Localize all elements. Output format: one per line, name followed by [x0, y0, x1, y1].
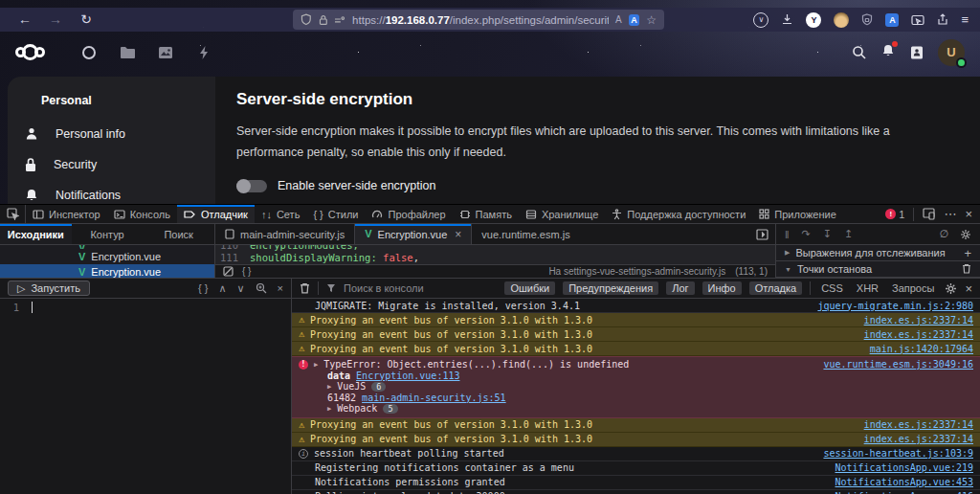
console-log-row[interactable]: JQMIGRATE: Migrate is installed, version…	[292, 299, 980, 313]
tab-sources[interactable]: Исходники	[0, 224, 72, 244]
share-icon[interactable]	[937, 13, 948, 26]
devtools-close-icon[interactable]: ×	[965, 207, 972, 221]
source-panes-toggle-icon[interactable]	[756, 224, 775, 244]
close-console-icon[interactable]: ×	[965, 281, 972, 296]
console-error-block[interactable]: ! ▶ TypeError: Object.entries(...).find(…	[292, 356, 980, 418]
source-link[interactable]: main.js:1420:17964	[870, 344, 973, 354]
reload-button[interactable]: ↻	[73, 8, 100, 32]
filter-requests-button[interactable]: Запросы	[889, 281, 937, 295]
tab-outline[interactable]: Контур	[72, 224, 144, 244]
expand-icon[interactable]: ▶	[314, 361, 318, 369]
photos-app-icon[interactable]	[146, 46, 185, 59]
filter-css-button[interactable]: CSS	[818, 281, 846, 295]
encryption-toggle[interactable]	[236, 180, 267, 192]
console-multiline-editor[interactable]: 1	[0, 299, 292, 494]
blackbox-source-icon[interactable]	[223, 266, 234, 277]
nextcloud-logo[interactable]	[15, 44, 45, 60]
remove-breakpoints-trash-icon[interactable]	[962, 263, 971, 276]
source-item[interactable]: VEncryption.vue	[0, 249, 214, 264]
close-editor-icon[interactable]: ×	[278, 282, 283, 294]
source-link[interactable]: NotificationsApp.vue:453	[835, 477, 974, 487]
files-app-icon[interactable]	[108, 46, 146, 59]
forward-button[interactable]: →	[42, 8, 69, 32]
tab-search[interactable]: Поиск	[143, 224, 214, 244]
url-bar[interactable]: https://192.168.0.77/index.php/settings/…	[293, 10, 664, 30]
tracking-shield-icon[interactable]	[301, 13, 312, 26]
step-over-icon[interactable]: ↷	[802, 228, 811, 240]
console-warning-row[interactable]: ⚠ Proxying an event bus of version 3.1.0…	[292, 433, 980, 447]
source-link[interactable]: index.es.js:2337:14	[864, 419, 973, 430]
console-filter-input[interactable]	[344, 282, 497, 294]
pick-element-icon[interactable]	[0, 205, 26, 223]
tab-profiler[interactable]: Профайлер	[365, 205, 452, 223]
step-in-icon[interactable]: ↧	[823, 228, 832, 240]
sidebar-item-security[interactable]: Security	[8, 149, 215, 180]
activity-app-icon[interactable]	[185, 45, 223, 60]
tab-inspector[interactable]: Инспектор	[26, 205, 107, 223]
encryption-toggle-label[interactable]: Enable server-side encryption	[278, 179, 435, 192]
bookmark-star-icon[interactable]: ☆	[646, 13, 657, 27]
source-link[interactable]: vue.runtime.esm.js:3049:16	[823, 359, 973, 370]
file-tab-encryption-vue[interactable]: VEncryption.vue×	[355, 224, 472, 244]
console-log-row[interactable]: Notifications permissions granted Notifi…	[292, 476, 980, 490]
permissions-icon[interactable]	[334, 15, 345, 25]
console-info-row[interactable]: i session heartbeat polling started sess…	[292, 447, 980, 461]
back-button[interactable]: ←	[11, 8, 38, 32]
code-editor[interactable]: 110encryptionModules, 111shouldDisplayWa…	[215, 245, 775, 264]
close-tab-icon[interactable]: ×	[455, 228, 461, 241]
error-count-badge[interactable]: !1	[885, 209, 904, 220]
notifications-bell-icon[interactable]	[880, 43, 896, 62]
translate-extension-icon[interactable]: A	[885, 13, 899, 27]
disable-breakpoints-icon[interactable]: ∅	[939, 228, 948, 240]
console-warning-row[interactable]: ⚠ Proxying an event bus of version 3.1.0…	[292, 418, 980, 433]
url-text[interactable]: https://192.168.0.77/index.php/settings/…	[352, 14, 609, 26]
responsive-mode-icon[interactable]	[923, 208, 935, 220]
tab-debugger[interactable]: Отладчик	[177, 205, 255, 223]
reverse-search-icon[interactable]	[256, 282, 267, 294]
tab-application[interactable]: Приложение	[752, 205, 843, 223]
contacts-icon[interactable]	[909, 45, 924, 60]
filter-xhr-button[interactable]: XHR	[854, 281, 881, 295]
step-out-icon[interactable]: ↥	[844, 228, 853, 240]
stack-source-link[interactable]: main-admin-security.js:51	[362, 393, 506, 403]
tab-console[interactable]: Консоль	[107, 205, 177, 223]
sidebar-item-personal-info[interactable]: Personal info	[8, 119, 215, 149]
file-tab-vue-runtime[interactable]: vue.runtime.esm.js	[472, 224, 579, 244]
extension-y-icon[interactable]: Y	[806, 12, 821, 28]
run-button[interactable]: ▷Запустить	[8, 281, 90, 296]
source-link[interactable]: NotificationsApp.vue:219	[835, 462, 974, 473]
menu-icon[interactable]: ≡	[961, 12, 969, 27]
filter-errors-button[interactable]: Ошибки	[504, 281, 555, 295]
lock-icon[interactable]	[319, 14, 328, 26]
extension-monkey-icon[interactable]	[834, 12, 849, 28]
watch-expressions-header[interactable]: ▶ Выражения для отслеживания +	[776, 245, 980, 261]
console-warning-row[interactable]: ⚠ Proxying an event bus of version 3.1.0…	[292, 327, 980, 342]
search-icon[interactable]	[852, 45, 867, 60]
console-log-row[interactable]: Polling interval updated to 30000 Notifi…	[292, 490, 980, 494]
filter-info-button[interactable]: Инфо	[702, 281, 742, 295]
file-tab-main-admin-security[interactable]: main-admin-security.js	[215, 224, 355, 244]
page-translate-icon[interactable]: A	[615, 14, 622, 25]
source-link[interactable]: session-heartbeat.js:103:9	[823, 448, 973, 459]
pretty-print-icon[interactable]: { }	[242, 266, 251, 277]
console-warning-row[interactable]: ⚠ Proxying an event bus of version 3.1.0…	[292, 313, 980, 327]
tab-network[interactable]: ↑↓Сеть	[255, 205, 306, 223]
source-link[interactable]: jquery-migrate.min.js:2:980	[817, 301, 973, 311]
pretty-print-icon[interactable]: { }	[198, 282, 208, 294]
sidebar-item-notifications[interactable]: Notifications	[8, 180, 215, 204]
expand-icon[interactable]: ▶	[327, 383, 331, 391]
console-warning-row[interactable]: ⚠ Proxying an event bus of version 3.1.0…	[292, 342, 980, 356]
breakpoints-header[interactable]: ▼ Точки останова	[776, 261, 980, 278]
console-settings-gear-icon[interactable]	[945, 282, 957, 295]
prev-expression-icon[interactable]: ∧	[218, 282, 226, 295]
add-watch-icon[interactable]: +	[964, 247, 971, 259]
translate-extension-page-icon[interactable]: A	[629, 14, 640, 26]
tab-styles[interactable]: { }Стили	[306, 205, 365, 223]
expand-icon[interactable]: ▶	[327, 405, 331, 413]
pause-icon[interactable]: ‖	[785, 229, 790, 240]
avatar[interactable]: U	[938, 39, 965, 66]
pocket-icon[interactable]: ∨	[753, 12, 768, 28]
extension-shield-lock-icon[interactable]	[861, 13, 873, 26]
tab-accessibility[interactable]: Поддержка доступности	[605, 205, 752, 223]
filter-debug-button[interactable]: Отладка	[749, 281, 802, 295]
